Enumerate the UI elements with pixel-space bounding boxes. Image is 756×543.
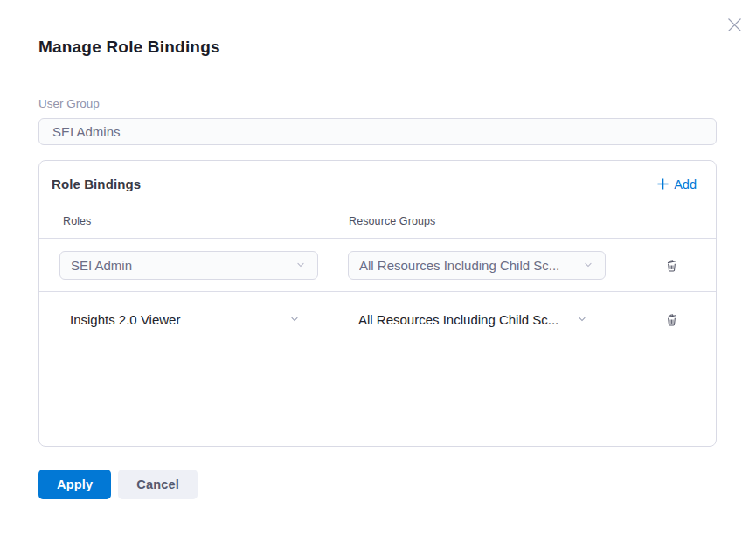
cancel-button[interactable]: Cancel xyxy=(118,470,198,499)
resource-group-select-value: All Resources Including Child Sc... xyxy=(359,258,559,273)
plus-icon xyxy=(656,178,669,191)
column-header-roles: Roles xyxy=(63,215,349,227)
table-row: Insights 2.0 Viewer All Resources Includ… xyxy=(39,292,716,346)
role-select-value: SEI Admin xyxy=(71,258,132,273)
resource-group-select-value: All Resources Including Child Sc... xyxy=(358,312,558,327)
table-header-row: Roles Resource Groups xyxy=(39,215,716,238)
chevron-down-icon xyxy=(576,313,588,325)
delete-row-button[interactable] xyxy=(664,312,679,327)
user-group-input[interactable] xyxy=(38,118,717,145)
manage-role-bindings-dialog: Manage Role Bindings User Group Role Bin… xyxy=(0,0,756,543)
add-button-label: Add xyxy=(674,178,697,191)
dialog-footer: Apply Cancel xyxy=(38,470,717,499)
trash-icon xyxy=(664,258,679,273)
page-title: Manage Role Bindings xyxy=(38,38,717,57)
column-header-resource-groups: Resource Groups xyxy=(349,215,435,227)
chevron-down-icon xyxy=(582,259,594,271)
role-select-value: Insights 2.0 Viewer xyxy=(70,312,180,327)
add-role-binding-button[interactable]: Add xyxy=(656,178,697,191)
role-select[interactable]: Insights 2.0 Viewer xyxy=(59,305,311,334)
role-bindings-panel: Role Bindings Add Roles Resource Groups xyxy=(38,160,717,447)
chevron-down-icon xyxy=(295,259,307,271)
delete-row-button[interactable] xyxy=(664,258,679,273)
user-group-label: User Group xyxy=(38,97,717,110)
resource-group-select[interactable]: All Resources Including Child Sc... xyxy=(348,305,599,334)
table-row: SEI Admin All Resources Including Child … xyxy=(39,238,716,292)
apply-button[interactable]: Apply xyxy=(38,470,111,499)
resource-group-select-disabled[interactable]: All Resources Including Child Sc... xyxy=(348,251,606,280)
close-icon xyxy=(727,17,742,32)
role-select-disabled[interactable]: SEI Admin xyxy=(59,251,318,280)
close-button[interactable] xyxy=(726,17,742,32)
trash-icon xyxy=(664,312,679,327)
chevron-down-icon xyxy=(288,313,301,325)
role-bindings-title: Role Bindings xyxy=(52,177,141,191)
